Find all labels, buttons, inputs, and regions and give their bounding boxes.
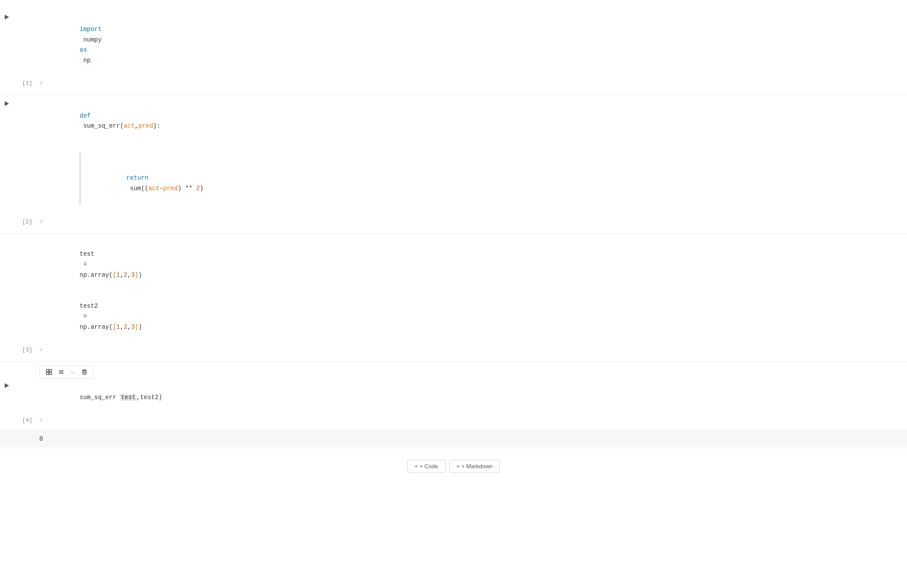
toolbar-list-button[interactable] bbox=[56, 368, 67, 376]
cell-status-1: ✓ bbox=[39, 78, 43, 87]
cell-number-4 bbox=[13, 381, 39, 383]
cell-code-2[interactable]: def sum_sq_err(act,pred): return sum((ac… bbox=[39, 99, 907, 217]
run-button-4[interactable] bbox=[0, 381, 13, 389]
cell-code-4[interactable]: sum_sq_err test,test2) bbox=[39, 381, 907, 415]
add-code-plus-icon: + bbox=[415, 463, 418, 470]
cell-status-4: ✓ bbox=[39, 415, 43, 424]
run-button-3[interactable] bbox=[0, 237, 13, 239]
svg-rect-3 bbox=[49, 369, 52, 372]
cell-4: ··· sum_sq_err test,test2) bbox=[0, 362, 907, 452]
add-markdown-button[interactable]: + + Markdown bbox=[449, 460, 500, 473]
cell-toolbar-4: ··· bbox=[39, 365, 94, 379]
cell-1: import numpy as np [1] ✓ bbox=[0, 9, 907, 95]
svg-marker-0 bbox=[5, 14, 9, 19]
cell-label-1: [1] bbox=[13, 78, 39, 87]
add-code-button[interactable]: + + Code bbox=[407, 460, 446, 473]
toolbar-delete-button[interactable] bbox=[79, 368, 90, 376]
cell-label-2: [2] bbox=[13, 217, 39, 225]
svg-rect-9 bbox=[83, 371, 86, 374]
svg-rect-4 bbox=[46, 372, 49, 375]
run-button-2[interactable] bbox=[0, 99, 13, 107]
add-markdown-plus-icon: + bbox=[457, 463, 460, 470]
add-code-label: + Code bbox=[419, 463, 438, 470]
cell-2: def sum_sq_err(act,pred): return sum((ac… bbox=[0, 95, 907, 234]
cell-number-3 bbox=[13, 237, 39, 239]
cell-number-2 bbox=[13, 99, 39, 101]
cell-number-1 bbox=[13, 12, 39, 14]
cell-status-2: ✓ bbox=[39, 217, 43, 225]
run-button-1[interactable] bbox=[0, 12, 13, 20]
cell-output-4: 0 bbox=[0, 430, 907, 447]
cell-3: test = np.array([1,2,3]) test2 = np.arra… bbox=[0, 234, 907, 362]
toolbar-more-button[interactable]: ··· bbox=[68, 368, 78, 377]
svg-marker-1 bbox=[5, 101, 9, 106]
cell-code-3[interactable]: test = np.array([1,2,3]) test2 = np.arra… bbox=[39, 237, 907, 345]
svg-rect-2 bbox=[46, 369, 49, 372]
svg-marker-12 bbox=[5, 383, 9, 388]
add-markdown-label: + Markdown bbox=[461, 463, 492, 470]
cell-label-4: [4] bbox=[13, 415, 39, 424]
add-cell-bar: + + Code + + Markdown bbox=[0, 455, 907, 478]
cell-status-3: ✓ bbox=[39, 345, 43, 353]
cell-code-1[interactable]: import numpy as np bbox=[39, 12, 907, 78]
notebook: import numpy as np [1] ✓ def sum_sq bbox=[0, 0, 907, 487]
cell-label-3: [3] bbox=[13, 345, 39, 353]
toolbar-grid-button[interactable] bbox=[43, 368, 55, 376]
svg-rect-5 bbox=[49, 372, 52, 375]
